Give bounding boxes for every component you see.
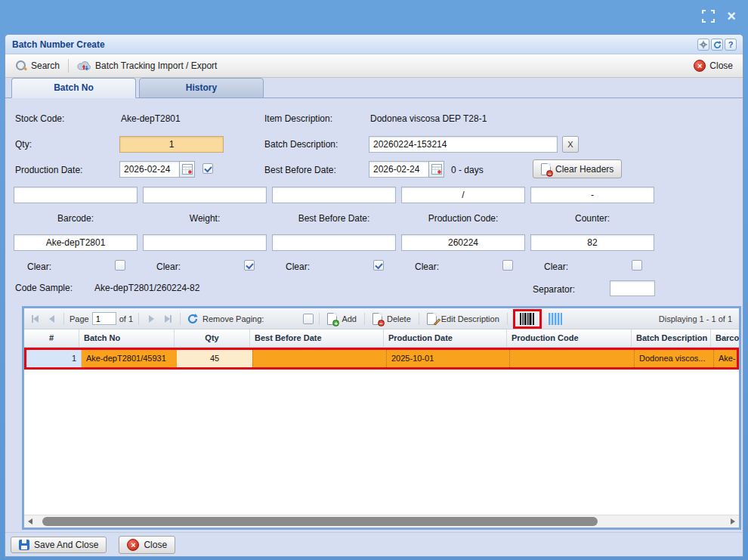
clear-checkbox-best-before[interactable] bbox=[373, 260, 384, 271]
column-header-batch-description[interactable]: Batch Description bbox=[632, 330, 711, 347]
dialog-header: Batch Number Create ? bbox=[5, 35, 743, 54]
clear-checkbox-production-code[interactable] bbox=[502, 260, 513, 271]
segment-input-best-before[interactable] bbox=[272, 234, 396, 251]
prev-page-icon bbox=[49, 315, 54, 323]
toolbar-close-button[interactable]: × Close bbox=[690, 58, 737, 73]
import-export-label: Batch Tracking Import / Export bbox=[95, 60, 217, 71]
clear-label-best-before: Clear: bbox=[286, 261, 310, 272]
clear-label-counter: Clear: bbox=[544, 261, 568, 272]
segment-top-input-production-code[interactable] bbox=[401, 187, 525, 203]
column-header-production-code[interactable]: Production Code bbox=[507, 330, 632, 347]
refresh-grid-button[interactable] bbox=[186, 312, 199, 326]
production-date-input[interactable] bbox=[119, 161, 180, 178]
column-header-qty[interactable]: Qty bbox=[175, 330, 250, 347]
clear-label-weight: Clear: bbox=[156, 261, 181, 272]
batch-grid: Page of 1 Remove Paging: + Add bbox=[22, 306, 741, 530]
delete-button[interactable]: − Delete bbox=[370, 311, 413, 326]
scrollbar-thumb[interactable] bbox=[42, 517, 598, 526]
help-button[interactable]: ? bbox=[725, 39, 737, 51]
barcode-blue-button[interactable] bbox=[548, 313, 563, 325]
tab-history[interactable]: History bbox=[139, 78, 264, 98]
batch-description-label: Batch Description: bbox=[264, 139, 338, 150]
code-sample-value: Ake-depT2801/260224-82 bbox=[94, 283, 199, 293]
batch-description-clear-button[interactable]: X bbox=[562, 136, 579, 153]
page-number-input[interactable] bbox=[92, 312, 116, 325]
refresh-button[interactable] bbox=[711, 39, 723, 51]
dialog-title: Batch Number Create bbox=[12, 39, 105, 50]
maximize-icon[interactable] bbox=[700, 8, 716, 23]
save-and-close-label: Save And Close bbox=[34, 540, 98, 550]
table-row-selected[interactable]: 1 Ake-depT2801/45931 45 2025-10-01 Dodon… bbox=[24, 348, 739, 370]
application-window: × Batch Number Create ? bbox=[0, 0, 748, 560]
tab-strip: Batch No History bbox=[5, 78, 743, 98]
window-controls: × bbox=[700, 8, 739, 23]
barcode-black-button[interactable] bbox=[519, 313, 536, 325]
segment-input-weight[interactable] bbox=[143, 234, 267, 251]
toolbar-close-label: Close bbox=[709, 60, 733, 71]
prev-page-button[interactable] bbox=[45, 312, 58, 326]
search-icon bbox=[15, 60, 27, 72]
row-best-before-date-cell bbox=[252, 350, 386, 367]
save-icon bbox=[19, 540, 29, 550]
next-page-button[interactable] bbox=[144, 312, 158, 326]
segment-label-counter: Counter: bbox=[530, 213, 654, 224]
best-before-date-calendar-button[interactable] bbox=[428, 161, 444, 178]
qty-input[interactable] bbox=[119, 136, 224, 153]
column-header-num[interactable]: # bbox=[24, 330, 79, 347]
column-header-barcode[interactable]: Barco bbox=[711, 330, 739, 347]
clear-headers-button[interactable]: − Clear Headers bbox=[533, 159, 622, 178]
segment-input-barcode[interactable] bbox=[14, 234, 138, 251]
column-header-best-before-date[interactable]: Best Before Date bbox=[250, 330, 384, 347]
segment-top-input-best-before[interactable] bbox=[272, 187, 396, 203]
footer-close-label: Close bbox=[144, 540, 167, 550]
clear-checkbox-barcode[interactable] bbox=[115, 260, 125, 271]
settings-button[interactable] bbox=[697, 39, 709, 51]
column-header-batch-no[interactable]: Batch No bbox=[79, 330, 175, 347]
add-button[interactable]: + Add bbox=[325, 311, 359, 326]
stock-code-label: Stock Code: bbox=[15, 113, 64, 124]
clear-checkbox-weight[interactable] bbox=[244, 260, 255, 271]
scroll-left-icon[interactable] bbox=[24, 515, 36, 528]
segment-top-input-barcode[interactable] bbox=[14, 187, 138, 203]
horizontal-scrollbar[interactable] bbox=[24, 515, 739, 528]
calendar-icon bbox=[182, 164, 193, 175]
separator-input[interactable] bbox=[610, 280, 655, 296]
batch-tracking-import-export-button[interactable]: Batch Tracking Import / Export bbox=[73, 59, 221, 73]
segment-input-production-code[interactable] bbox=[401, 234, 525, 251]
calendar-icon bbox=[431, 164, 442, 175]
row-qty-cell: 45 bbox=[177, 350, 252, 367]
batch-description-input[interactable] bbox=[369, 136, 558, 153]
clear-headers-icon: − bbox=[541, 163, 551, 175]
first-page-button[interactable] bbox=[28, 312, 42, 326]
segment-input-counter[interactable] bbox=[530, 234, 654, 251]
row-batch-no-cell: Ake-depT2801/45931 bbox=[82, 350, 177, 367]
page-of-text: of 1 bbox=[119, 314, 133, 323]
delete-icon: − bbox=[372, 313, 382, 325]
search-button[interactable]: Search bbox=[11, 58, 63, 73]
segment-label-weight: Weight: bbox=[143, 213, 267, 224]
edit-description-button[interactable]: Edit Description bbox=[425, 311, 502, 326]
save-and-close-button[interactable]: Save And Close bbox=[11, 537, 107, 553]
close-icon[interactable]: × bbox=[724, 8, 739, 23]
last-page-button[interactable] bbox=[161, 312, 175, 326]
production-date-checkbox[interactable] bbox=[202, 163, 213, 174]
production-date-calendar-button[interactable] bbox=[179, 161, 195, 178]
dialog-header-tools: ? bbox=[697, 39, 737, 51]
row-barcode-cell: Ake- bbox=[713, 350, 741, 367]
footer-close-button[interactable]: × Close bbox=[119, 536, 175, 554]
scroll-right-icon[interactable] bbox=[727, 515, 739, 528]
code-sample-label: Code Sample: bbox=[15, 283, 73, 293]
grid-toolbar: Page of 1 Remove Paging: + Add bbox=[24, 308, 739, 330]
item-description-label: Item Description: bbox=[264, 113, 332, 124]
days-suffix: 0 - days bbox=[451, 165, 484, 175]
delete-label: Delete bbox=[387, 314, 411, 323]
clear-checkbox-counter[interactable] bbox=[632, 260, 642, 271]
best-before-date-input[interactable] bbox=[369, 161, 429, 178]
stock-code-value: Ake-depT2801 bbox=[121, 113, 181, 124]
segment-top-input-weight[interactable] bbox=[143, 187, 267, 203]
tab-batch-no[interactable]: Batch No bbox=[11, 78, 136, 98]
best-before-date-label: Best Before Date: bbox=[264, 165, 336, 175]
segment-top-input-counter[interactable] bbox=[530, 187, 654, 203]
remove-paging-checkbox[interactable] bbox=[303, 314, 314, 324]
column-header-production-date[interactable]: Production Date bbox=[384, 330, 507, 347]
